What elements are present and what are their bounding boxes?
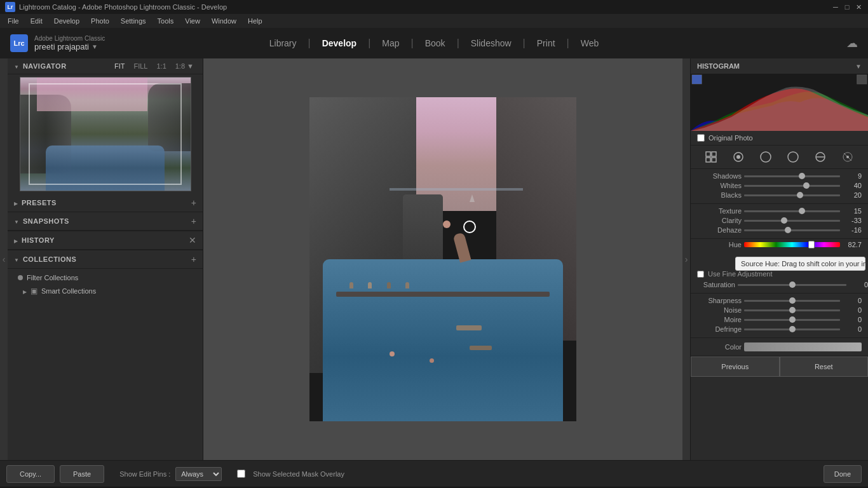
snapshots-section: Snapshots + (8, 212, 203, 231)
nav-library[interactable]: Library (259, 36, 307, 51)
defringe-track[interactable] (744, 329, 840, 330)
moire-thumb[interactable] (789, 316, 796, 323)
blacks-track[interactable] (744, 194, 840, 196)
grid-tool-icon[interactable] (703, 149, 719, 165)
photo-canvas (203, 58, 682, 460)
smart-collections-item[interactable]: ▣ Smart Collections (8, 284, 203, 298)
reset-button[interactable]: Reset (780, 356, 869, 377)
paste-button[interactable]: Paste (60, 465, 104, 483)
texture-label: Texture (697, 207, 742, 215)
menu-edit[interactable]: Edit (25, 16, 48, 26)
tools-row (691, 145, 868, 169)
dropdown-arrow-icon[interactable]: ▼ (92, 43, 98, 50)
zoom-fill[interactable]: FILL (131, 62, 150, 71)
left-edge-handle[interactable]: ‹ (0, 58, 8, 460)
nav-web[interactable]: Web (571, 36, 609, 51)
copy-button[interactable]: Copy... (6, 465, 55, 483)
menu-help[interactable]: Help (243, 16, 268, 26)
histogram-chart (691, 74, 868, 131)
sharpness-track[interactable] (744, 300, 840, 302)
nav-develop[interactable]: Develop (312, 36, 367, 51)
whites-thumb[interactable] (803, 182, 810, 189)
dehaze-thumb[interactable] (785, 227, 791, 233)
zoom-fit[interactable]: FIT (112, 62, 128, 71)
menu-view[interactable]: View (180, 16, 205, 26)
fine-adjustment-checkbox[interactable] (697, 271, 704, 278)
right-edge-handle[interactable]: › (682, 58, 690, 460)
maximize-button[interactable]: □ (843, 3, 851, 11)
detail-sliders-section: Sharpness 0 Noise 0 Moire 0 (691, 294, 868, 338)
blacks-thumb[interactable] (797, 192, 803, 198)
sharpness-value: 0 (843, 297, 862, 304)
heal-tool-icon[interactable] (758, 149, 773, 165)
moire-row: Moire 0 (697, 316, 862, 323)
noise-track[interactable] (744, 309, 840, 311)
user-name: preeti prajapati ▼ (34, 42, 105, 51)
nav-slideshow[interactable]: Slideshow (461, 36, 522, 51)
hue-thumb[interactable] (808, 241, 815, 248)
filter-collections-item[interactable]: Filter Collections (8, 271, 203, 284)
svg-rect-4 (706, 152, 710, 156)
history-header[interactable]: History ✕ (8, 231, 203, 250)
saturation-track[interactable] (738, 284, 846, 286)
close-button[interactable]: ✕ (854, 3, 863, 11)
saturation-thumb[interactable] (789, 281, 796, 288)
defringe-thumb[interactable] (789, 326, 796, 332)
nav-map[interactable]: Map (372, 36, 409, 51)
noise-thumb[interactable] (789, 307, 796, 313)
presets-add-button[interactable]: + (191, 198, 196, 208)
histogram-header[interactable]: Histogram ▼ (691, 58, 868, 74)
original-photo-checkbox[interactable] (697, 134, 705, 142)
hue-track[interactable] (744, 242, 840, 247)
crop-tool-icon[interactable] (731, 149, 746, 165)
nav-sep-1: | (308, 37, 311, 49)
title-bar: Lr Lightroom Catalog - Adobe Photoshop L… (0, 0, 868, 14)
texture-track[interactable] (744, 210, 840, 212)
zoom-1-1[interactable]: 1:1 (154, 62, 168, 71)
noise-label: Noise (697, 306, 742, 314)
navigator-collapse-icon (14, 62, 19, 71)
zoom-1-8[interactable]: 1:8 ▼ (173, 62, 196, 71)
navigator-header[interactable]: Navigator FIT FILL 1:1 1:8 ▼ (8, 58, 203, 74)
history-close-button[interactable]: ✕ (189, 235, 196, 245)
moire-value: 0 (843, 316, 862, 323)
tone-curve-icon[interactable] (840, 149, 855, 165)
shadows-thumb[interactable] (799, 173, 805, 179)
fine-adjustment-label: Use Fine Adjustment (708, 270, 773, 278)
nav-sep-5: | (523, 37, 526, 49)
snapshots-add-button[interactable]: + (191, 216, 196, 226)
graduated-filter-icon[interactable] (813, 149, 828, 165)
left-panel: Navigator FIT FILL 1:1 1:8 ▼ (8, 58, 203, 460)
clarity-thumb[interactable] (781, 217, 787, 224)
minimize-button[interactable]: ─ (831, 3, 840, 11)
main-content: ‹ Navigator FIT FILL 1:1 1:8 ▼ (0, 58, 868, 460)
done-button[interactable]: Done (824, 465, 862, 483)
cloud-icon[interactable]: ☁ (846, 36, 858, 50)
menu-develop[interactable]: Develop (49, 16, 85, 26)
menu-file[interactable]: File (3, 16, 24, 26)
snapshots-header[interactable]: Snapshots + (8, 212, 203, 231)
collections-header[interactable]: Collections + (8, 250, 203, 269)
menu-photo[interactable]: Photo (86, 16, 114, 26)
menu-settings[interactable]: Settings (116, 16, 151, 26)
previous-button[interactable]: Previous (691, 356, 780, 377)
menu-tools[interactable]: Tools (153, 16, 179, 26)
shadows-track[interactable] (744, 175, 840, 177)
whites-track[interactable] (744, 185, 840, 187)
menu-window[interactable]: Window (207, 16, 241, 26)
nav-book[interactable]: Book (415, 36, 456, 51)
nav-print[interactable]: Print (527, 36, 566, 51)
collections-add-button[interactable]: + (191, 254, 196, 264)
adjustment-brush-icon[interactable] (785, 149, 801, 165)
show-mask-checkbox[interactable] (237, 470, 245, 478)
presets-section[interactable]: Presets + (8, 194, 203, 212)
moire-label: Moire (697, 316, 742, 323)
dehaze-track[interactable] (744, 229, 840, 231)
edit-pins-select[interactable]: Always Never Selected Auto (175, 467, 222, 481)
sharpness-thumb[interactable] (789, 297, 796, 304)
texture-thumb[interactable] (799, 208, 805, 214)
clarity-track[interactable] (744, 220, 840, 222)
moire-track[interactable] (744, 319, 840, 321)
crop-circle (463, 220, 476, 233)
right-panel: Histogram ▼ (690, 58, 868, 460)
